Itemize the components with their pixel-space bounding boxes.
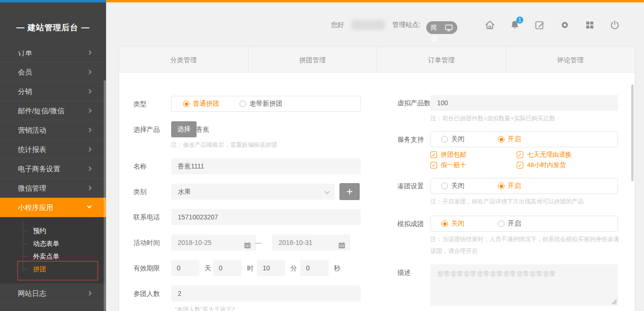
language-pill[interactable]: 简 [426,21,457,34]
people-input[interactable]: 2 [171,286,361,302]
name-input[interactable]: 香蕉1111 [171,158,361,174]
tab-groupbuy-management[interactable]: 拼团管理 [248,47,378,72]
people-note: “参团人数”需大于等于2 [175,304,235,311]
chevron-right-icon [87,109,92,113]
checkbox-free-shipping[interactable]: ✓ 拼团包邮 [430,151,466,159]
sidebar-item-distribution[interactable]: 分销 [0,82,106,101]
people-label: 参团人数 [133,286,160,302]
type-radio-group: 普通拼团 老带新拼团 [171,96,361,112]
checkbox-checked-icon: ✓ [430,162,437,168]
checkbox-label: 48小时内发货 [527,161,566,169]
calendar-icon[interactable] [338,239,346,255]
sidebar-item-marketing[interactable]: 营销活动 [0,120,106,140]
submenu-item-dynamic-form[interactable]: 动态表单 [0,237,106,250]
radio-checked-icon [183,101,190,107]
top-header: 您好 管理站点: 简 体 1 [106,2,644,47]
tab-category-management[interactable]: 分类管理 [119,47,248,72]
sidebar-item-ecommerce-settings[interactable]: 电子商务设置 [0,159,106,178]
tab-review-management[interactable]: 评论管理 [506,47,635,72]
select-product-button[interactable]: 选择 [171,121,197,137]
name-label: 名称 [133,158,147,174]
radio-label: 开启 [508,135,521,143]
tab-order-management[interactable]: 订单管理 [377,47,506,72]
virtual-count-label: 虚拟产品数 [397,95,430,111]
validity-days-input[interactable]: 0 [171,260,199,276]
radio-service-on[interactable]: 开启 [498,135,554,143]
home-icon[interactable] [484,19,495,31]
radio-checked-icon [498,183,504,189]
desc-value: 非常非常非常非常非常非常非常非常非常 [437,270,556,277]
desc-label: 描述 [397,264,411,280]
sidebar-item-label: 电子商务设置 [18,165,60,173]
checkbox-checked-icon: ✓ [430,151,437,158]
language-char-wrapped: 体 [431,35,438,43]
chevron-down-icon [324,189,330,194]
app-title: — 建站管理后台 — [0,2,106,33]
sidebar-item-label: 微信管理 [18,184,46,192]
sidebar-item-site-logs[interactable]: 网站日志 [0,284,106,303]
end-date-input[interactable]: 2018-10-31 [272,235,350,251]
sidebar-scrollbar[interactable] [104,80,106,311]
unit-seconds: 秒 [330,260,344,276]
chevron-down-icon [87,204,92,209]
manage-site-label: 管理站点: [392,21,421,29]
sidebar-item-label: 统计报表 [18,145,46,153]
radio-service-off[interactable]: 关闭 [441,135,498,143]
submenu-item-group-buy[interactable]: 拼团 [0,263,106,276]
unit-minutes: 分 [287,260,301,276]
virtual-count-input[interactable]: 100 [430,95,618,111]
sidebar-item-label: 会员 [18,68,32,76]
submenu-item-takeout-order[interactable]: 外卖点单 [0,250,106,263]
radio-unchecked-icon [441,136,448,143]
gather-label: 凑团设置 [397,178,424,194]
apps-grid-icon[interactable] [584,19,595,31]
gather-radio-group: 关闭 开启 [430,178,618,194]
validity-seconds-input[interactable]: 0 [300,260,329,276]
chevron-right-icon [87,70,92,75]
service-label: 服务支持 [397,131,424,147]
sidebar-item-members[interactable]: 会员 [0,62,106,82]
resize-handle[interactable] [612,300,617,304]
compose-edit-icon[interactable] [534,19,545,31]
chevron-right-icon [87,291,92,296]
sidebar-item-mail-sms-wechat[interactable]: 邮件/短信/微信 [0,101,106,120]
checkbox-48h-shipping[interactable]: ✓ 48小时内发货 [517,161,566,169]
category-select[interactable]: 水果 [171,184,335,200]
radio-normal-groupbuy[interactable]: 普通拼团 [183,100,239,108]
radio-simulate-off[interactable]: 关闭 [441,219,498,228]
checkbox-7day-return[interactable]: ✓ 七天无理由退换 [517,151,572,159]
radio-unchecked-icon [498,220,504,227]
phone-input[interactable]: 15710023207 [171,209,361,225]
radio-simulate-on[interactable]: 开启 [498,219,554,228]
language-switcher[interactable]: 简 体 [426,21,457,34]
sidebar-item-orders-clipped: 订单 [0,50,106,62]
radio-gather-on[interactable]: 开启 [498,182,554,190]
form-scrollbar[interactable] [631,84,634,181]
checkbox-label: 七天无理由退换 [527,151,572,159]
radio-label: 普通拼团 [193,100,219,108]
power-logout-icon[interactable] [609,19,620,31]
radio-gather-off[interactable]: 关闭 [441,182,498,190]
checkbox-fake-one-pay-ten[interactable]: ✓ 假一赔十 [430,161,466,169]
submenu-item-booking[interactable]: 预约 [0,225,106,237]
monitor-icon [445,24,453,32]
validity-hours-input[interactable]: 0 [213,260,242,276]
desc-textarea[interactable]: 非常非常非常非常非常非常非常非常非常 [430,264,618,306]
calendar-icon[interactable] [244,239,251,255]
gather-note: 注：开启凑团，则在产品详情下方出现其他可以拼团的产品 [430,196,624,208]
sidebar-item-miniprogram-apps[interactable]: 小程序应用 [0,198,106,217]
start-date-input[interactable]: 2018-10-25 [171,235,256,251]
chevron-right-icon [87,50,92,55]
notifications-bell-icon[interactable]: 1 [509,19,520,31]
unit-hours: 时 [243,260,257,276]
sidebar-item-orders[interactable]: 订单 [0,50,106,62]
add-category-button[interactable]: + [339,183,360,200]
sidebar-item-reports[interactable]: 统计报表 [0,140,106,159]
sidebar-item-wechat-management[interactable]: 微信管理 [0,178,106,198]
sidebar-submenu: 预约 动态表单 外卖点单 拼团 [0,217,106,284]
settings-gear-icon[interactable] [559,19,570,31]
validity-minutes-input[interactable]: 10 [257,260,285,276]
radio-referral-groupbuy[interactable]: 老带新拼团 [239,100,296,108]
radio-unchecked-icon [239,101,246,107]
category-label: 类别 [133,184,147,200]
